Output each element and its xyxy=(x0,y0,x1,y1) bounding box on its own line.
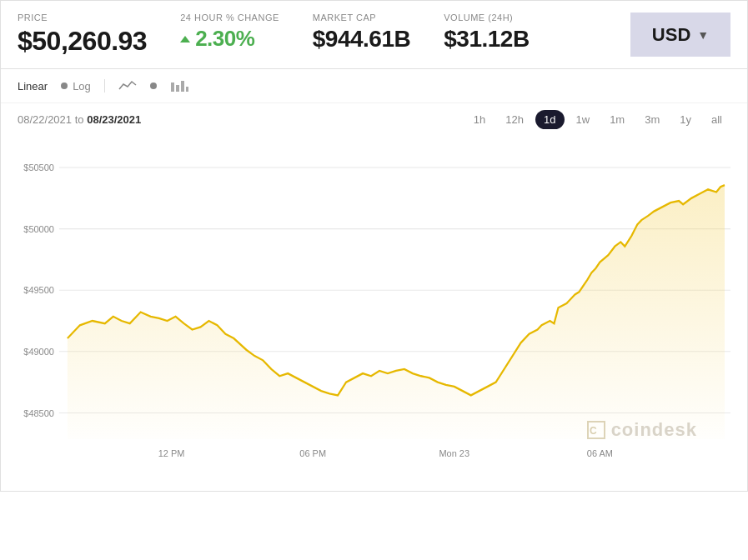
svg-text:12 PM: 12 PM xyxy=(158,448,185,458)
coindesk-text: coindesk xyxy=(611,419,697,441)
time-btn-3m[interactable]: 3m xyxy=(636,110,668,129)
time-btn-12h[interactable]: 12h xyxy=(497,110,532,129)
chart-controls: Linear Log xyxy=(1,69,747,103)
linear-btn[interactable]: Linear xyxy=(18,80,48,92)
svg-text:06 AM: 06 AM xyxy=(587,448,613,458)
linear-label: Linear xyxy=(18,80,48,92)
price-value: $50,260.93 xyxy=(18,26,147,57)
svg-text:$50000: $50000 xyxy=(23,224,54,234)
date-range: 08/22/2021 to 08/23/2021 xyxy=(18,113,141,126)
svg-text:$48500: $48500 xyxy=(23,408,54,418)
divider xyxy=(104,79,105,92)
coindesk-watermark: C coindesk xyxy=(586,419,697,441)
svg-text:C: C xyxy=(590,425,598,437)
change-stat: 24 HOUR % CHANGE 2.30% xyxy=(180,12,279,57)
change-value: 2.30% xyxy=(180,26,279,52)
date-range-bar: 08/22/2021 to 08/23/2021 1h 12h 1d 1w 1m… xyxy=(1,103,747,132)
change-label: 24 HOUR % CHANGE xyxy=(180,12,279,22)
svg-text:$49000: $49000 xyxy=(23,347,54,357)
line-chart-icon[interactable] xyxy=(118,79,137,92)
time-btn-1d[interactable]: 1d xyxy=(535,110,564,129)
log-btn[interactable]: Log xyxy=(61,80,91,92)
date-to: 08/23/2021 xyxy=(87,113,141,126)
currency-label: USD xyxy=(652,24,690,46)
date-from: 08/22/2021 xyxy=(18,113,72,126)
price-stat: PRICE $50,260.93 xyxy=(18,12,147,57)
svg-text:$50500: $50500 xyxy=(23,162,54,172)
svg-rect-3 xyxy=(186,87,188,92)
log-label: Log xyxy=(73,80,91,92)
dot-chart-icon xyxy=(150,82,157,89)
time-btn-1w[interactable]: 1w xyxy=(568,110,599,129)
market-cap-stat: MARKET CAP $944.61B xyxy=(313,12,410,57)
price-label: PRICE xyxy=(18,12,147,22)
svg-text:06 PM: 06 PM xyxy=(299,448,326,458)
market-cap-value: $944.61B xyxy=(313,26,410,52)
market-cap-label: MARKET CAP xyxy=(313,12,410,22)
time-btn-1y[interactable]: 1y xyxy=(671,110,700,129)
up-arrow-icon xyxy=(180,36,190,42)
svg-rect-1 xyxy=(176,85,179,92)
coindesk-logo-icon: C xyxy=(586,420,606,440)
svg-text:$49500: $49500 xyxy=(23,285,54,295)
bar-chart-icon[interactable] xyxy=(170,79,188,92)
chart-area: $50500 $50000 $49500 $49000 $48500 12 PM… xyxy=(1,132,747,491)
svg-rect-2 xyxy=(181,81,184,92)
price-widget: PRICE $50,260.93 24 HOUR % CHANGE 2.30% … xyxy=(0,0,748,492)
svg-rect-0 xyxy=(171,82,174,92)
volume-stat: VOLUME (24H) $31.12B xyxy=(444,12,529,57)
time-btn-all[interactable]: all xyxy=(703,110,730,129)
time-btn-1m[interactable]: 1m xyxy=(601,110,633,129)
chevron-down-icon: ▼ xyxy=(697,28,709,42)
time-buttons: 1h 12h 1d 1w 1m 3m 1y all xyxy=(465,110,730,129)
dot-chart-btn[interactable] xyxy=(150,82,157,89)
date-to-prefix: to xyxy=(75,113,84,126)
log-dot-icon xyxy=(61,82,68,89)
currency-selector[interactable]: USD ▼ xyxy=(630,12,730,57)
volume-label: VOLUME (24H) xyxy=(444,12,529,22)
time-btn-1h[interactable]: 1h xyxy=(465,110,494,129)
stats-bar: PRICE $50,260.93 24 HOUR % CHANGE 2.30% … xyxy=(1,1,747,69)
volume-value: $31.12B xyxy=(444,26,529,52)
svg-text:Mon 23: Mon 23 xyxy=(439,448,469,458)
